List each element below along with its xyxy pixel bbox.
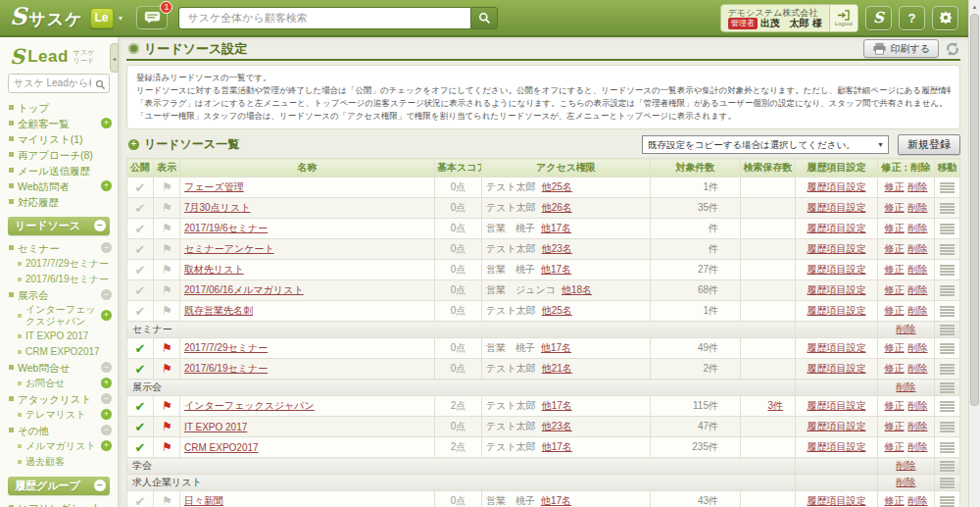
source-name-link[interactable]: IT EXPO 2017 [184, 422, 247, 432]
sidebar-item[interactable]: 再アプローチ(8) [8, 147, 112, 163]
source-name-link[interactable]: 既存営業先名刺 [184, 305, 253, 316]
edit-link[interactable]: 修正 [885, 202, 905, 213]
display-flag-icon[interactable]: ⚑ [161, 398, 172, 413]
collapse-icon[interactable]: − [94, 480, 106, 491]
drag-handle-icon[interactable] [940, 182, 955, 193]
delete-link[interactable]: 削除 [908, 264, 928, 275]
history-item-settings-link[interactable]: 履歴項目設定 [808, 223, 866, 233]
group-delete-link[interactable]: 削除 [897, 460, 916, 471]
settings-button[interactable] [932, 6, 958, 30]
sidebar-item[interactable]: 2017/7/29セミナー [8, 256, 112, 272]
access-more-link[interactable]: 他17名 [541, 223, 571, 233]
sidebar-collapse-button[interactable]: ◂ [110, 43, 119, 73]
publish-check-icon[interactable]: ✔ [135, 420, 146, 434]
drag-handle-icon[interactable] [940, 496, 955, 507]
drag-handle-icon[interactable] [940, 442, 955, 453]
sidebar-item[interactable]: 2017/6/19セミナー [8, 272, 112, 287]
access-more-link[interactable]: 他17名 [541, 264, 571, 275]
expand-icon[interactable] [101, 425, 112, 435]
expand-icon[interactable] [101, 180, 112, 191]
display-flag-icon[interactable]: ⚑ [161, 221, 172, 235]
edit-link[interactable]: 修正 [885, 284, 905, 295]
edit-link[interactable]: 修正 [885, 400, 905, 411]
section-history-group[interactable]: 履歴グループ − [8, 477, 110, 495]
sidebar-item[interactable]: ヒアリングシート [8, 500, 112, 507]
drag-handle-icon[interactable] [940, 325, 955, 335]
sidebar-item[interactable]: お問合せ [8, 376, 112, 391]
drag-handle-icon[interactable] [940, 461, 955, 472]
print-button[interactable]: 印刷する [863, 39, 939, 58]
sidebar-item[interactable]: 対応履歴 [8, 194, 112, 210]
group-delete-link[interactable]: 削除 [897, 381, 916, 392]
sidebar-item[interactable]: 全顧客一覧 [8, 116, 112, 131]
history-item-settings-link[interactable]: 履歴項目設定 [808, 495, 866, 506]
source-name-link[interactable]: 取材先リスト [184, 264, 244, 275]
delete-link[interactable]: 削除 [908, 342, 928, 353]
history-item-settings-link[interactable]: 履歴項目設定 [808, 202, 866, 213]
access-more-link[interactable]: 他18名 [562, 284, 592, 295]
publish-check-icon[interactable]: ✔ [135, 304, 146, 319]
display-flag-icon[interactable]: ⚑ [161, 262, 172, 277]
publish-check-icon[interactable]: ✔ [135, 201, 146, 216]
publish-check-icon[interactable]: ✔ [135, 341, 146, 356]
expand-icon[interactable] [101, 310, 112, 321]
drag-handle-icon[interactable] [940, 422, 955, 432]
access-more-link[interactable]: 他17名 [542, 400, 572, 411]
display-flag-icon[interactable]: ⚑ [161, 493, 172, 507]
expand-icon[interactable] [101, 393, 112, 404]
sidebar-item[interactable]: IT EXPO 2017 [8, 329, 112, 344]
source-name-link[interactable]: フェーズ管理 [184, 181, 244, 192]
delete-link[interactable]: 削除 [908, 181, 928, 192]
history-item-settings-link[interactable]: 履歴項目設定 [808, 264, 866, 275]
history-item-settings-link[interactable]: 履歴項目設定 [808, 305, 866, 316]
publish-check-icon[interactable]: ✔ [135, 283, 146, 298]
edit-link[interactable]: 修正 [885, 342, 905, 353]
expand-icon[interactable] [101, 378, 112, 388]
history-item-settings-link[interactable]: 履歴項目設定 [808, 284, 866, 295]
access-more-link[interactable]: 他26名 [542, 202, 572, 213]
copy-settings-select[interactable]: 既存設定をコピーする場合は選択してください。 ▼ [642, 135, 889, 154]
access-more-link[interactable]: 他25名 [542, 181, 572, 192]
saved-search-link[interactable]: 3件 [767, 400, 783, 411]
source-name-link[interactable]: 2017/19/6セミナー [184, 223, 268, 233]
drag-handle-icon[interactable] [940, 364, 955, 375]
drag-handle-icon[interactable] [940, 382, 955, 393]
group-delete-link[interactable]: 削除 [897, 324, 916, 334]
sidebar-item[interactable]: CRM EXPO2017 [8, 344, 112, 360]
edit-link[interactable]: 修正 [885, 181, 905, 192]
sidebar-item[interactable]: Web問合せ [8, 360, 112, 376]
edit-link[interactable]: 修正 [885, 421, 905, 431]
global-search-button[interactable] [470, 7, 498, 29]
access-more-link[interactable]: 他21名 [542, 363, 572, 374]
drag-handle-icon[interactable] [940, 285, 955, 296]
history-item-settings-link[interactable]: 履歴項目設定 [808, 243, 866, 254]
delete-link[interactable]: 削除 [908, 305, 928, 316]
source-name-link[interactable]: 2017/6/19セミナー [184, 363, 268, 374]
access-more-link[interactable]: 他17名 [541, 495, 571, 506]
publish-check-icon[interactable]: ✔ [135, 263, 146, 278]
display-flag-icon[interactable]: ⚑ [161, 419, 172, 433]
drag-handle-icon[interactable] [940, 224, 955, 234]
sidebar-item[interactable]: テレマリスト [8, 407, 112, 423]
delete-link[interactable]: 削除 [908, 202, 928, 213]
expand-icon[interactable] [101, 289, 112, 300]
drag-handle-icon[interactable] [940, 203, 955, 214]
publish-check-icon[interactable]: ✔ [135, 362, 146, 377]
refresh-button[interactable] [945, 41, 960, 57]
chat-button[interactable]: 1 [136, 6, 168, 29]
collapse-icon[interactable]: − [94, 220, 106, 231]
publish-check-icon[interactable]: ✔ [135, 180, 146, 195]
sidebar-item[interactable]: トップ [8, 100, 112, 116]
access-more-link[interactable]: 他23名 [542, 421, 572, 431]
display-flag-icon[interactable]: ⚑ [161, 303, 172, 318]
sidebar-item[interactable]: 過去顧客 [8, 454, 112, 470]
source-name-link[interactable]: セミナーアンケート [184, 243, 274, 254]
logout-button[interactable]: Logout [829, 5, 858, 31]
sidebar-item[interactable]: 展示会 [8, 287, 112, 303]
sidebar-item[interactable]: インターフェックスジャパン [8, 303, 112, 329]
sidebar-item[interactable]: セミナー [8, 240, 112, 256]
delete-link[interactable]: 削除 [908, 223, 928, 233]
source-name-link[interactable]: 7月30点リスト [184, 202, 250, 213]
expand-icon[interactable] [101, 362, 112, 373]
delete-link[interactable]: 削除 [908, 495, 928, 506]
